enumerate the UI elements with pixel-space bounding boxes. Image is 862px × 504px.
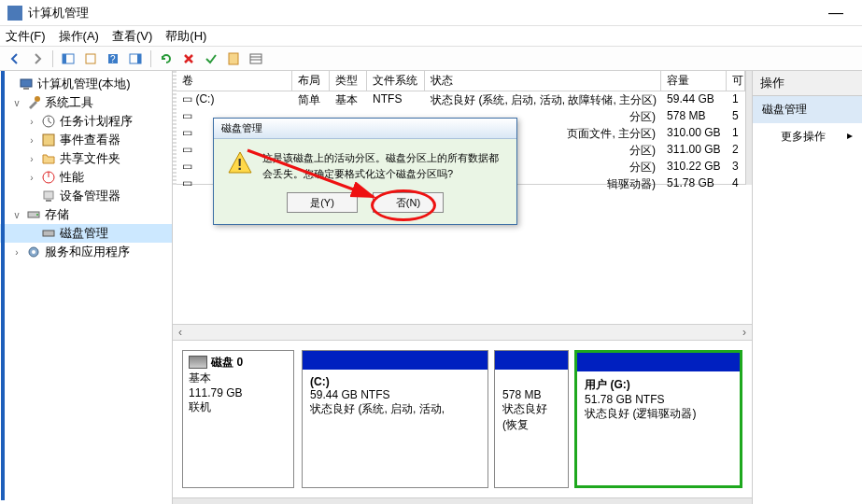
col-type[interactable]: 类型 <box>330 71 367 91</box>
tree-label: 计算机管理(本地) <box>37 76 131 92</box>
col-status[interactable]: 状态 <box>425 71 661 91</box>
twisty-icon[interactable]: v <box>11 98 22 108</box>
tree-label: 设备管理器 <box>60 188 120 204</box>
tree-performance[interactable]: › 性能 <box>0 168 172 187</box>
services-icon <box>26 245 41 259</box>
disk-info[interactable]: 磁盘 0 基本 111.79 GB 联机 <box>182 350 294 489</box>
col-filesystem[interactable]: 文件系统 <box>367 71 425 91</box>
partition-header-bar <box>303 351 488 370</box>
left-accent-bar <box>1 71 5 500</box>
tree-system-tools[interactable]: v 系统工具 <box>0 93 172 112</box>
scroll-right-icon[interactable]: › <box>737 326 752 339</box>
scroll-left-icon[interactable]: ‹ <box>173 326 188 339</box>
folder-icon <box>41 151 56 166</box>
event-icon <box>41 133 56 147</box>
disk-graphical-view: 磁盘 0 基本 111.79 GB 联机 (C:) 59.44 GB NTFS … <box>173 341 752 498</box>
svg-text:!: ! <box>237 157 242 173</box>
navigation-tree: 计算机管理(本地) v 系统工具 › 任务计划程序 › 事件查看器 › 共享文件… <box>0 71 173 504</box>
partition-g[interactable]: 用户 (G:) 51.78 GB NTFS 状态良好 (逻辑驱动器) <box>574 350 742 489</box>
disk-icon <box>189 356 207 369</box>
vol-icon: ▭ <box>182 92 192 105</box>
action-more[interactable]: 更多操作 ▸ <box>753 123 862 150</box>
tree-services-apps[interactable]: › 服务和应用程序 <box>0 243 172 261</box>
tree-label: 系统工具 <box>45 94 93 111</box>
svg-rect-21 <box>43 231 54 236</box>
performance-icon <box>41 170 56 185</box>
action-pane-button[interactable] <box>126 49 145 68</box>
col-available[interactable]: 可 <box>727 71 745 91</box>
tree-event-viewer[interactable]: › 事件查看器 <box>0 131 172 149</box>
svg-point-13 <box>35 96 40 102</box>
tree-label: 存储 <box>45 206 69 223</box>
tree-label: 服务和应用程序 <box>45 244 130 260</box>
app-icon <box>7 6 22 21</box>
delete-button[interactable] <box>179 49 198 68</box>
list-button[interactable] <box>247 49 265 68</box>
svg-text:?: ? <box>110 54 116 64</box>
yes-button[interactable]: 是(Y) <box>287 192 358 213</box>
chevron-right-icon: ▸ <box>847 129 853 142</box>
twisty-icon[interactable]: › <box>26 154 37 164</box>
toolbar: ? <box>0 47 862 71</box>
check-button[interactable] <box>202 49 220 68</box>
refresh-button[interactable] <box>157 49 176 68</box>
actions-pane: 操作 磁盘管理 更多操作 ▸ <box>753 71 862 504</box>
toolbar-separator <box>150 50 151 67</box>
tree-shared-folders[interactable]: › 共享文件夹 <box>0 149 172 168</box>
tree-task-scheduler[interactable]: › 任务计划程序 <box>0 112 172 131</box>
settings-button[interactable] <box>224 49 243 68</box>
menu-file[interactable]: 文件(F) <box>6 28 46 45</box>
forward-button[interactable] <box>28 49 47 68</box>
vertical-scrollbar[interactable] <box>745 71 752 185</box>
help-button[interactable]: ? <box>104 49 122 68</box>
back-button[interactable] <box>6 49 24 68</box>
twisty-icon[interactable]: v <box>11 210 22 220</box>
tree-disk-management[interactable]: 磁盘管理 <box>0 224 172 243</box>
tree-label: 共享文件夹 <box>60 150 120 167</box>
svg-rect-12 <box>23 88 29 90</box>
svg-rect-15 <box>43 134 54 146</box>
action-disk-management[interactable]: 磁盘管理 <box>753 96 862 123</box>
twisty-icon[interactable]: › <box>26 135 37 146</box>
clock-icon <box>41 114 56 129</box>
horizontal-scrollbar[interactable]: ‹ › <box>173 324 752 341</box>
tree-label: 事件查看器 <box>60 132 120 148</box>
twisty-icon[interactable]: › <box>26 173 37 183</box>
storage-icon <box>26 207 41 222</box>
tree-device-manager[interactable]: 设备管理器 <box>0 187 172 205</box>
disk-icon <box>41 226 56 241</box>
partition-header-bar <box>577 353 740 371</box>
volume-row[interactable]: ▭ (C:) 简单 基本 NTFS 状态良好 (系统, 启动, 活动, 故障转储… <box>177 91 745 108</box>
no-button[interactable]: 否(N) <box>373 192 444 213</box>
menu-help[interactable]: 帮助(H) <box>165 28 206 45</box>
tree-storage[interactable]: v 存储 <box>0 205 172 224</box>
volume-list-header: 卷 布局 类型 文件系统 状态 容量 可 <box>177 71 745 91</box>
minimize-button[interactable]: — <box>817 5 855 21</box>
tree-label: 性能 <box>60 169 84 186</box>
confirm-dialog: 磁盘管理 ! 这是该磁盘上的活动分区。磁盘分区上的所有数据都会丢失。您确定要格式… <box>213 118 517 225</box>
svg-rect-17 <box>44 191 53 199</box>
col-layout[interactable]: 布局 <box>292 71 330 91</box>
svg-point-20 <box>36 214 38 216</box>
twisty-icon[interactable]: › <box>26 117 37 127</box>
partition-header-bar <box>495 351 568 370</box>
partition-c[interactable]: (C:) 59.44 GB NTFS 状态良好 (系统, 启动, 活动, <box>302 350 488 489</box>
menu-view[interactable]: 查看(V) <box>112 28 152 45</box>
twisty-icon[interactable]: › <box>11 247 22 258</box>
device-icon <box>41 189 56 203</box>
warning-icon: ! <box>227 150 253 176</box>
svg-rect-6 <box>137 54 141 63</box>
svg-point-23 <box>32 250 35 254</box>
toolbar-separator <box>52 50 53 67</box>
tools-icon <box>26 95 41 110</box>
svg-rect-7 <box>229 53 238 64</box>
svg-rect-11 <box>21 79 32 87</box>
menu-action[interactable]: 操作(A) <box>59 28 99 45</box>
disk-scrollbar[interactable] <box>173 497 752 504</box>
show-hide-tree-button[interactable] <box>59 49 78 68</box>
partition-recovery[interactable]: 578 MB 状态良好 (恢复 <box>494 350 569 489</box>
col-volume[interactable]: 卷 <box>177 71 292 91</box>
col-capacity[interactable]: 容量 <box>661 71 727 91</box>
properties-button[interactable] <box>81 49 100 68</box>
tree-root[interactable]: 计算机管理(本地) <box>0 75 172 93</box>
